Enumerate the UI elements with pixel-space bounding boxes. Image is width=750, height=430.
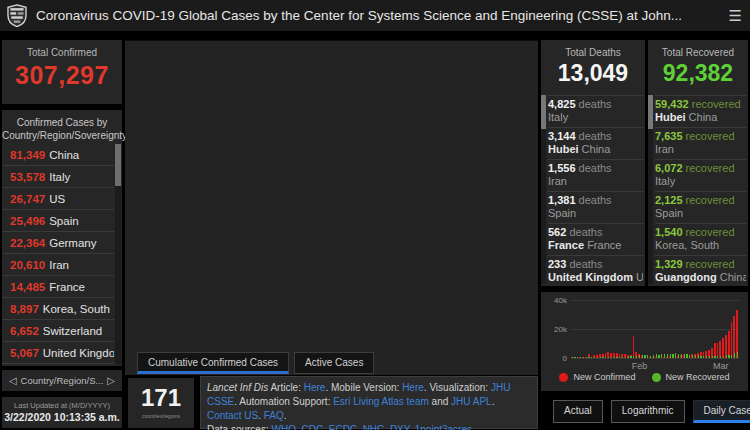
countries-count-label: countries/regions: [128, 413, 194, 419]
footer-link[interactable]: ECDC: [329, 424, 357, 430]
confirmed-country-value: 22,364: [10, 237, 45, 249]
footer-text: Data sources:: [207, 424, 271, 430]
recovered-bar: [737, 352, 738, 358]
recovered-bar: [692, 355, 693, 358]
last-updated-label: Last Updated at (M/D/YYYY): [2, 397, 122, 410]
recovered-bar: [597, 357, 598, 358]
map-tab-active-cases[interactable]: Active Cases: [294, 352, 374, 374]
confirmed-country-name: US: [49, 193, 65, 205]
confirmed-bar: [733, 316, 735, 358]
footer-link[interactable]: DXY: [390, 424, 409, 430]
footer-link[interactable]: Esri Living Atlas team: [333, 396, 429, 407]
confirmed-country-row[interactable]: 14,485France: [2, 276, 114, 298]
deaths-row[interactable]: 4,825 deathsItaly: [548, 95, 643, 127]
deaths-row[interactable]: 562 deathsFrance France: [548, 223, 643, 255]
prev-page-icon[interactable]: ◁: [9, 375, 17, 386]
deaths-row[interactable]: 1,556 deathsIran: [548, 159, 643, 191]
recovered-row[interactable]: 59,432 recoveredHubei China: [655, 95, 746, 127]
scrollbar-thumb[interactable]: [541, 95, 546, 129]
footer-text: . Automation Support:: [234, 396, 333, 407]
recovered-bar: [667, 354, 668, 358]
chart-tab-logarithmic[interactable]: Logarithmic: [611, 400, 685, 423]
recovered-bar: [583, 357, 584, 358]
confirmed-country-row[interactable]: 53,578Italy: [2, 166, 114, 188]
footer-link[interactable]: Here: [402, 382, 424, 393]
confirmed-list-scrollbar[interactable]: [115, 144, 121, 364]
confirmed-country-name: France: [49, 281, 85, 293]
recovered-bar: [670, 354, 671, 358]
chart-tab-actual[interactable]: Actual: [553, 400, 603, 423]
next-page-icon[interactable]: ▷: [107, 375, 115, 386]
list-pagination: ◁ Country/Region/S... ▷: [2, 370, 122, 391]
deaths-list-scrollbar[interactable]: [541, 95, 546, 284]
footer-link[interactable]: FAQ: [264, 410, 284, 421]
recovered-list-scrollbar[interactable]: [648, 95, 653, 284]
chart-tab-daily-cases[interactable]: Daily Cases: [693, 400, 750, 423]
recovered-row[interactable]: 1,540 recoveredKorea, South: [655, 223, 746, 255]
deaths-row[interactable]: 233 deathsUnited Kingdom United: [548, 255, 643, 286]
recovered-bar: [602, 357, 603, 358]
footer-link[interactable]: 1point3acres: [415, 424, 472, 430]
footer-text: . Mobile Version:: [325, 382, 402, 393]
recovered-row[interactable]: 6,072 recoveredItaly: [655, 159, 746, 191]
footer-link[interactable]: WHO: [271, 424, 295, 430]
confirmed-list-header: Confirmed Cases by Country/Region/Sovere…: [2, 110, 122, 142]
countries-count-panel: 171 countries/regions: [128, 378, 194, 428]
recovered-bar: [622, 357, 623, 358]
y-axis-tick: 20k: [543, 325, 567, 334]
footer-link[interactable]: NHC: [363, 424, 385, 430]
pagination-label[interactable]: Country/Region/S...: [21, 375, 104, 386]
footer-link[interactable]: CDC: [302, 424, 324, 430]
recovered-bar: [600, 357, 601, 358]
confirmed-country-row[interactable]: 81,349China: [2, 144, 114, 166]
confirmed-country-row[interactable]: 22,364Germany: [2, 232, 114, 254]
confirmed-bar: [633, 336, 635, 358]
confirmed-country-value: 8,897: [10, 303, 39, 315]
menu-hamburger-icon[interactable]: ☰: [729, 7, 742, 25]
total-confirmed-value: 307,297: [2, 61, 122, 90]
page-title: Coronavirus COVID-19 Global Cases by the…: [36, 8, 682, 23]
total-deaths-value: 13,049: [541, 60, 645, 87]
world-map[interactable]: Cumulative Confirmed CasesActive Cases: [125, 40, 538, 375]
footer-text: . Visualization:: [424, 382, 491, 393]
recovered-row[interactable]: 1,329 recoveredGuangdong China: [655, 255, 746, 286]
confirmed-country-row[interactable]: 5,067United Kingdom: [2, 342, 114, 364]
legend-item[interactable]: New Recovered: [652, 372, 730, 382]
scrollbar-thumb[interactable]: [115, 144, 121, 186]
confirmed-country-row[interactable]: 20,610Iran: [2, 254, 114, 276]
recovered-bar: [712, 356, 713, 358]
scrollbar-thumb[interactable]: [648, 95, 653, 129]
deaths-row[interactable]: 1,381 deathsSpain: [548, 191, 643, 223]
recovered-bar: [686, 354, 687, 358]
footer-link[interactable]: JHU APL: [451, 396, 492, 407]
deaths-row[interactable]: 3,144 deathsHubei China: [548, 127, 643, 159]
confirmed-country-list: 81,349China53,578Italy26,747US25,496Spai…: [2, 144, 114, 366]
recovered-bar: [664, 354, 665, 358]
last-updated-panel: Last Updated at (M/D/YYYY) 3/22/2020 10:…: [2, 397, 122, 428]
recovered-bar: [661, 354, 662, 358]
confirmed-country-row[interactable]: 26,747US: [2, 188, 114, 210]
map-tab-cumulative-confirmed-cases[interactable]: Cumulative Confirmed Cases: [137, 352, 289, 374]
confirmed-country-value: 14,485: [10, 281, 45, 293]
confirmed-country-row[interactable]: 8,897Korea, South: [2, 298, 114, 320]
footer-link[interactable]: Here: [304, 382, 326, 393]
recovered-bar: [572, 357, 573, 358]
y-axis-tick: 40k: [543, 296, 567, 305]
recovered-row[interactable]: 2,125 recoveredSpain: [655, 191, 746, 223]
total-confirmed-label: Total Confirmed: [2, 40, 122, 58]
legend-item[interactable]: New Confirmed: [559, 372, 635, 382]
recovered-bar: [672, 354, 673, 358]
footer-text: Lancet Inf Dis: [207, 382, 268, 393]
recovered-bar: [720, 356, 721, 358]
recovered-bar: [647, 355, 648, 358]
footer-link[interactable]: Contact US: [207, 410, 258, 421]
total-recovered-panel: Total Recovered 92,382 59,432 recoveredH…: [648, 40, 748, 286]
recovered-row[interactable]: 7,635 recoveredIran: [655, 127, 746, 159]
recovered-bar: [611, 357, 612, 358]
confirmed-country-row[interactable]: 6,652Switzerland: [2, 320, 114, 342]
recovered-bar: [656, 354, 657, 358]
recovered-bar: [625, 357, 626, 358]
confirmed-country-row[interactable]: 25,496Spain: [2, 210, 114, 232]
recovered-bar: [717, 356, 718, 358]
confirmed-country-name: Iran: [49, 259, 69, 271]
